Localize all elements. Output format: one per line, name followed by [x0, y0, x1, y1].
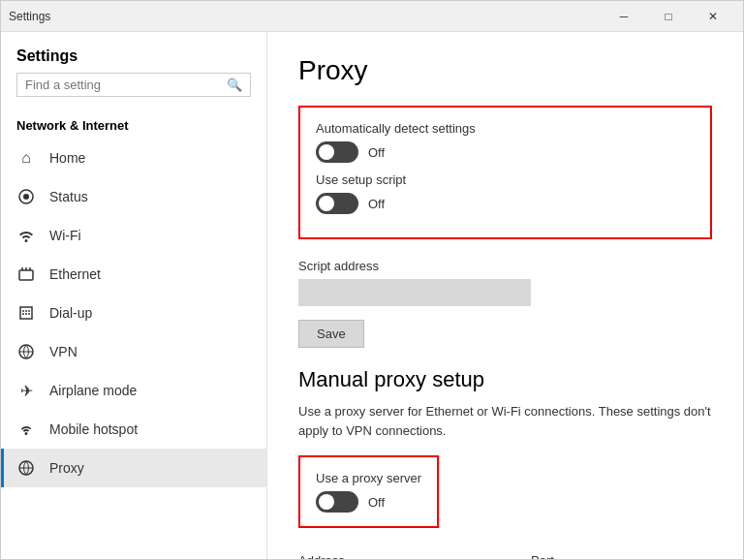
auto-detect-toggle[interactable] — [316, 141, 358, 163]
svg-rect-2 — [19, 270, 33, 280]
use-proxy-box: Use a proxy server Off — [298, 455, 439, 528]
script-address-input[interactable] — [298, 279, 531, 306]
auto-detect-toggle-wrap: Off — [316, 141, 695, 163]
setup-script-toggle[interactable] — [316, 193, 358, 214]
maximize-button[interactable]: □ — [646, 1, 691, 32]
sidebar-item-home[interactable]: ⌂ Home — [1, 139, 266, 177]
use-proxy-state: Off — [368, 495, 385, 510]
auto-detect-label: Automatically detect settings — [316, 121, 695, 136]
sidebar-item-dialup-label: Dial-up — [49, 305, 92, 321]
sidebar-item-airplane[interactable]: ✈ Airplane mode — [1, 371, 266, 410]
sidebar-item-vpn-label: VPN — [49, 344, 78, 359]
svg-point-6 — [22, 310, 24, 312]
sidebar-item-airplane-label: Airplane mode — [49, 383, 137, 398]
sidebar-item-hotspot[interactable]: Mobile hotspot — [1, 410, 266, 449]
settings-window: Settings ─ □ ✕ Settings 🔍 Network & Inte… — [0, 0, 744, 560]
titlebar: Settings ─ □ ✕ — [1, 1, 743, 32]
setup-script-state: Off — [368, 197, 385, 211]
sidebar-item-wifi-label: Wi-Fi — [49, 228, 81, 243]
sidebar-item-proxy-label: Proxy — [49, 460, 84, 476]
use-proxy-label: Use a proxy server — [316, 471, 421, 485]
auto-detect-box: Automatically detect settings Off Use se… — [298, 106, 712, 239]
proxy-icon — [16, 458, 36, 478]
section-label: Network & Internet — [1, 109, 266, 139]
content-area: Proxy Automatically detect settings Off … — [267, 32, 743, 559]
sidebar-item-vpn[interactable]: VPN — [1, 332, 266, 371]
address-port-row: Address Port — [298, 544, 712, 559]
sidebar-item-home-label: Home — [49, 150, 85, 166]
titlebar-title: Settings — [9, 10, 50, 23]
manual-section-title: Manual proxy setup — [298, 367, 712, 392]
home-icon: ⌂ — [16, 148, 36, 168]
sidebar-item-wifi[interactable]: Wi-Fi — [1, 216, 266, 255]
dialup-icon — [16, 303, 36, 323]
ethernet-icon — [16, 264, 36, 284]
use-proxy-toggle-wrap: Off — [316, 491, 421, 513]
hotspot-icon — [16, 420, 36, 439]
port-label: Port — [531, 553, 628, 559]
minimize-button[interactable]: ─ — [602, 1, 646, 32]
page-title: Proxy — [298, 55, 712, 86]
svg-point-1 — [23, 194, 29, 200]
airplane-icon: ✈ — [16, 381, 36, 400]
description-text: Use a proxy server for Ethernet or Wi-Fi… — [298, 402, 712, 440]
sidebar: Settings 🔍 Network & Internet ⌂ Home Sta… — [1, 32, 267, 559]
svg-point-9 — [22, 313, 24, 315]
use-proxy-toggle[interactable] — [316, 491, 358, 513]
port-field-group: Port — [531, 544, 628, 559]
sidebar-item-proxy[interactable]: Proxy — [1, 449, 266, 487]
sidebar-item-ethernet-label: Ethernet — [49, 266, 101, 282]
titlebar-controls: ─ □ ✕ — [602, 1, 735, 32]
setup-script-section: Use setup script Off — [316, 172, 695, 214]
auto-detect-section: Automatically detect settings Off — [316, 121, 695, 163]
sidebar-item-ethernet[interactable]: Ethernet — [1, 255, 266, 294]
setup-script-label: Use setup script — [316, 172, 695, 187]
close-button[interactable]: ✕ — [691, 1, 735, 32]
address-field-group: Address — [298, 544, 512, 559]
search-icon: 🔍 — [227, 78, 242, 92]
main-container: Settings 🔍 Network & Internet ⌂ Home Sta… — [1, 32, 743, 559]
status-icon — [16, 187, 36, 206]
address-label: Address — [298, 553, 512, 559]
sidebar-item-hotspot-label: Mobile hotspot — [49, 421, 138, 437]
wifi-icon — [16, 226, 36, 245]
sidebar-item-status-label: Status — [49, 189, 88, 204]
save-button[interactable]: Save — [298, 320, 364, 348]
sidebar-item-dialup[interactable]: Dial-up — [1, 294, 266, 332]
sidebar-title: Settings — [1, 32, 266, 73]
script-address-label: Script address — [298, 259, 712, 273]
sidebar-item-status[interactable]: Status — [1, 177, 266, 216]
svg-point-7 — [25, 310, 27, 312]
search-box[interactable]: 🔍 — [16, 73, 251, 97]
svg-point-11 — [28, 313, 30, 315]
svg-point-10 — [25, 313, 27, 315]
search-input[interactable] — [25, 78, 227, 92]
svg-point-8 — [28, 310, 30, 312]
vpn-icon — [16, 342, 36, 361]
auto-detect-state: Off — [368, 145, 385, 160]
setup-script-toggle-wrap: Off — [316, 193, 695, 214]
